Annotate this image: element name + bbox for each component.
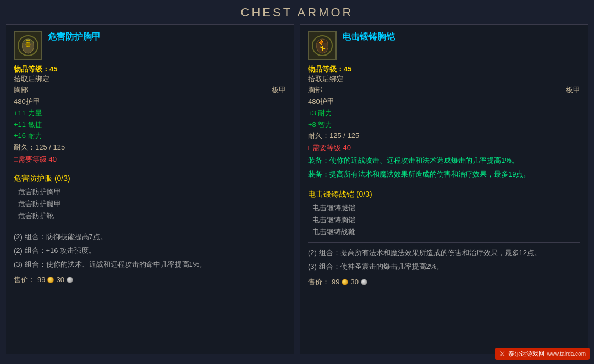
right-slot-row: 胸部 板甲 <box>308 85 580 95</box>
left-sell-price: 售价： 99 30 <box>14 275 286 285</box>
right-equip-2: 装备：提高所有法术和魔法效果所造成的伤害和治疗效果，最多19点。 <box>308 169 580 180</box>
right-slot: 胸部 <box>308 85 322 95</box>
left-armor: 480护甲 <box>14 96 286 108</box>
right-item-name: 电击锻铸胸铠 <box>342 31 395 43</box>
right-set-item-1: 电击锻铸胸铠 <box>308 214 580 226</box>
right-divider-1 <box>308 185 580 185</box>
left-sell-silver: 30 <box>56 275 64 284</box>
right-item-bind: 拾取后绑定 <box>308 74 580 84</box>
left-item-level: 物品等级：45 <box>14 64 286 74</box>
right-sell-silver: 30 <box>350 278 358 286</box>
left-silver-coin <box>67 277 73 283</box>
left-type: 板甲 <box>272 85 286 95</box>
watermark-text: 泰尔达游戏网 <box>508 350 544 358</box>
left-set-item-1: 危害防护腿甲 <box>14 198 286 210</box>
right-set-item-0: 电击锻铸腿铠 <box>308 202 580 214</box>
left-item-icon <box>14 31 42 60</box>
right-stat-1: +8 智力 <box>308 119 580 131</box>
watermark: ⚔ 泰尔达游戏网 www.tairda.com <box>495 348 590 360</box>
left-set-bonus-2: (2) 组合：防御技能提高7点。 <box>14 231 286 243</box>
right-set-bonus-2: (2) 组合：提高所有法术和魔法效果所造成的伤害和治疗效果，最多12点。 <box>308 247 580 259</box>
left-set-bonus-3: (3) 组合：使你的法术、近战和远程攻击的命中几率提高1%。 <box>14 259 286 271</box>
watermark-url: www.tairda.com <box>547 351 586 357</box>
right-sell-gold: 99 <box>332 278 339 286</box>
left-set-name: 危害防护服 (0/3) <box>14 174 286 184</box>
right-level-label: 物品等级： <box>308 65 344 73</box>
right-type: 板甲 <box>566 85 580 95</box>
left-set-bonus-2b: (2) 组合：+16 攻击强度。 <box>14 245 286 257</box>
left-durability: 耐久：125 / 125 <box>14 142 286 153</box>
left-item-name: 危害防护胸甲 <box>48 31 101 43</box>
left-panel-header: 危害防护胸甲 <box>14 31 286 60</box>
left-item-bind: 拾取后绑定 <box>14 74 286 84</box>
left-stat-2: +16 耐力 <box>14 130 286 142</box>
left-slot-row: 胸部 板甲 <box>14 85 286 95</box>
right-armor: 480护甲 <box>308 96 580 108</box>
left-slot: 胸部 <box>14 85 28 95</box>
right-durability: 耐久：125 / 125 <box>308 130 580 142</box>
left-level-label: 物品等级： <box>14 65 50 73</box>
left-stat-0: +11 力量 <box>14 108 286 119</box>
left-sell-label: 售价： <box>14 275 35 285</box>
watermark-icon: ⚔ <box>499 349 506 358</box>
right-set-item-2: 电击锻铸战靴 <box>308 226 580 238</box>
left-divider-2 <box>14 227 286 227</box>
left-gold-coin <box>47 277 54 283</box>
right-gold-coin <box>342 279 348 285</box>
right-panel-header: 电击锻铸胸铠 <box>308 31 580 60</box>
left-divider-1 <box>14 169 286 169</box>
right-equip-1: 装备：使你的近战攻击、远程攻击和法术造成爆击的几率提高1%。 <box>308 155 580 167</box>
right-item-info: 电击锻铸胸铠 <box>342 31 395 43</box>
right-item-panel: 电击锻铸胸铠 物品等级：45 拾取后绑定 胸部 板甲 480护甲 +3 耐力 +… <box>300 24 588 354</box>
right-item-icon <box>308 31 337 60</box>
right-req: □需要等级 40 <box>308 143 580 153</box>
right-set-bonus-3: (3) 组合：使神圣震击的爆击几率提高2%。 <box>308 261 580 273</box>
right-stat-0: +3 耐力 <box>308 108 580 119</box>
left-sell-gold: 99 <box>37 275 45 284</box>
right-divider-2 <box>308 242 580 243</box>
right-set-name: 电击锻铸战铠 (0/3) <box>308 190 580 200</box>
right-sell-label: 售价： <box>308 277 329 287</box>
content-area: 危害防护胸甲 物品等级：45 拾取后绑定 胸部 板甲 480护甲 +11 力量 … <box>0 24 594 361</box>
left-req: □需要等级 40 <box>14 155 286 164</box>
left-set-item-2: 危害防护靴 <box>14 210 286 222</box>
page-title: CHEST ARMOR <box>0 0 594 24</box>
right-item-level: 物品等级：45 <box>308 64 580 74</box>
left-stat-1: +11 敏捷 <box>14 119 286 131</box>
left-item-panel: 危害防护胸甲 物品等级：45 拾取后绑定 胸部 板甲 480护甲 +11 力量 … <box>6 24 294 354</box>
right-silver-coin <box>361 279 367 285</box>
left-set-item-0: 危害防护胸甲 <box>14 186 286 198</box>
svg-point-2 <box>26 42 30 47</box>
left-item-info: 危害防护胸甲 <box>48 31 101 43</box>
right-sell-price: 售价： 99 30 <box>308 277 580 287</box>
